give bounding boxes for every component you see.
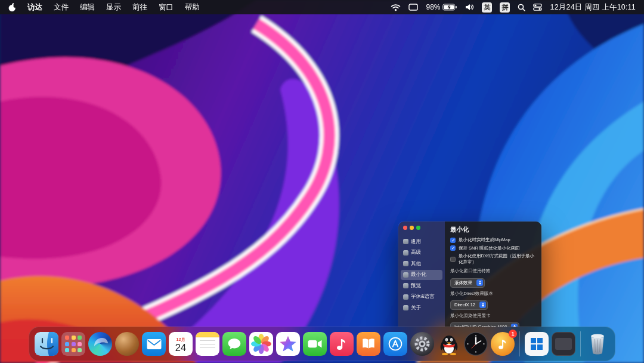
dock-item-music-badged[interactable]: 1: [491, 332, 515, 356]
dock-item-photos[interactable]: [249, 332, 273, 356]
page-title: 最小化: [450, 226, 536, 234]
menu-bar: 访达 文件 编辑 显示 前往 窗口 帮助 98%: [0, 0, 644, 14]
dock-item-star-app[interactable]: [276, 332, 300, 356]
dock-item-trash[interactable]: [586, 332, 609, 356]
zoom-button[interactable]: [416, 226, 420, 230]
dock-item-app-store[interactable]: [383, 332, 407, 356]
dock-item-facetime[interactable]: [303, 332, 327, 356]
facetime-icon: [303, 332, 327, 356]
preferences-content: 最小化 ✓ 最小化时实时生成MipMap ✓ 保持 SNR 睡眠优化最小化画面 …: [445, 222, 541, 340]
select-group-directx: 最小化Direct效果版本 DirectX 12: [450, 291, 536, 310]
chevron-up-down-icon: [479, 302, 486, 308]
star-app-icon: [276, 332, 300, 356]
input-method-latin[interactable]: 英: [482, 2, 492, 13]
battery-percent: 98%: [426, 3, 440, 11]
dock-item-clock[interactable]: [464, 332, 488, 356]
option-snr-sleep[interactable]: ✓ 保持 SNR 睡眠优化最小化画面: [450, 245, 536, 251]
menu-view[interactable]: 显示: [106, 2, 121, 13]
dock-item-settings[interactable]: [410, 332, 434, 356]
preview-icon: [403, 283, 408, 288]
books-icon: [357, 332, 380, 356]
directx-version-select[interactable]: DirectX 12: [450, 300, 488, 310]
menu-edit[interactable]: 编辑: [80, 2, 95, 13]
preferences-sidebar: 通用 高级 其他 最小化 预览 字体&语言: [398, 222, 445, 340]
about-icon: [403, 305, 408, 310]
menu-file[interactable]: 文件: [54, 2, 69, 13]
app-store-icon: [383, 332, 407, 356]
battery-status[interactable]: 98%: [426, 3, 457, 11]
dock: 12月 24: [29, 327, 615, 361]
chevron-up-down-icon: [476, 279, 483, 286]
option-mipmap[interactable]: ✓ 最小化时实时生成MipMap: [450, 237, 536, 243]
wifi-icon[interactable]: [391, 4, 401, 11]
apple-logo-icon: [8, 3, 16, 12]
checkbox-unchecked-icon[interactable]: [450, 257, 456, 262]
dock-item-qq[interactable]: [437, 332, 461, 356]
edge-browser-icon: [88, 332, 112, 356]
dock-item-music[interactable]: [330, 332, 354, 356]
desktop: 访达 文件 编辑 显示 前往 窗口 帮助 98%: [0, 0, 644, 363]
dock-item-books[interactable]: [357, 332, 380, 356]
control-center-icon[interactable]: [533, 4, 542, 11]
menu-help[interactable]: 帮助: [185, 2, 200, 13]
menu-go[interactable]: 前往: [132, 2, 147, 13]
checkbox-checked-icon[interactable]: ✓: [450, 245, 456, 251]
search-icon[interactable]: [518, 4, 525, 11]
dock-divider: [580, 331, 581, 356]
brown-app-icon: [115, 332, 139, 356]
dock-item-finder[interactable]: [35, 332, 58, 356]
mail-icon: [142, 332, 166, 356]
dock-item-edge[interactable]: [88, 332, 112, 356]
minimize-button[interactable]: [410, 226, 414, 230]
input-method-pinyin[interactable]: 拼: [500, 2, 510, 13]
qq-penguin-icon: [437, 332, 461, 356]
close-button[interactable]: [403, 226, 407, 230]
notification-badge: 1: [509, 330, 517, 338]
checkbox-checked-icon[interactable]: ✓: [450, 238, 456, 243]
music-icon: [330, 332, 354, 356]
sidebar-item-general[interactable]: 通用: [401, 236, 442, 247]
launchpad-icon: [61, 332, 85, 356]
select-group-effect: 最小化窗口使用特效 液体效果: [450, 268, 536, 288]
photos-icon: [249, 332, 273, 356]
option-dx9-capture[interactable]: 最小化使用DX9方式截图（适用于最小化异常）: [450, 253, 536, 265]
trash-icon: [586, 332, 609, 356]
sidebar-item-minimize[interactable]: 最小化: [401, 270, 442, 281]
dock-item-calendar[interactable]: 12月 24: [169, 332, 193, 356]
volume-icon[interactable]: [465, 4, 474, 11]
sidebar-item-other[interactable]: 其他: [401, 259, 442, 269]
dock-item-brown-app[interactable]: [115, 332, 139, 356]
wallpaper-image: [0, 0, 644, 363]
fonts-language-icon: [403, 294, 408, 300]
dock-item-mail[interactable]: [142, 332, 166, 356]
dock-item-notes[interactable]: [196, 332, 219, 356]
dock-item-minimized-window[interactable]: [552, 332, 575, 356]
sidebar-item-advanced[interactable]: 高级: [401, 248, 442, 259]
finder-icon: [35, 332, 58, 356]
sidebar-item-fonts-language[interactable]: 字体&语言: [401, 292, 442, 303]
apple-menu[interactable]: [8, 3, 16, 12]
preferences-window: 通用 高级 其他 最小化 预览 字体&语言: [398, 222, 541, 340]
windows-logo-icon: [525, 332, 549, 356]
notes-icon: [196, 332, 219, 356]
dock-item-windows-start[interactable]: [525, 332, 549, 356]
minimize-section-icon: [403, 272, 408, 278]
calendar-icon: 12月 24: [169, 332, 193, 356]
sidebar-item-preview[interactable]: 预览: [401, 281, 442, 291]
menu-bar-clock[interactable]: 12月24日 周四 上午10:11: [550, 2, 636, 13]
general-icon: [403, 239, 408, 244]
minimized-window-thumbnail: [552, 332, 575, 356]
other-icon: [403, 261, 408, 266]
advanced-icon: [403, 250, 408, 256]
menu-window[interactable]: 窗口: [159, 2, 174, 13]
dock-item-messages[interactable]: [222, 332, 246, 356]
dock-item-launchpad[interactable]: [61, 332, 85, 356]
window-controls: [403, 226, 420, 230]
messages-icon: [222, 332, 246, 356]
effect-select[interactable]: 液体效果: [450, 278, 485, 288]
sidebar-item-about[interactable]: 关于: [401, 303, 442, 313]
display-icon[interactable]: [408, 4, 418, 11]
battery-charging-icon: [442, 4, 457, 11]
gear-icon: [410, 332, 434, 356]
menu-app-name[interactable]: 访达: [27, 2, 42, 13]
